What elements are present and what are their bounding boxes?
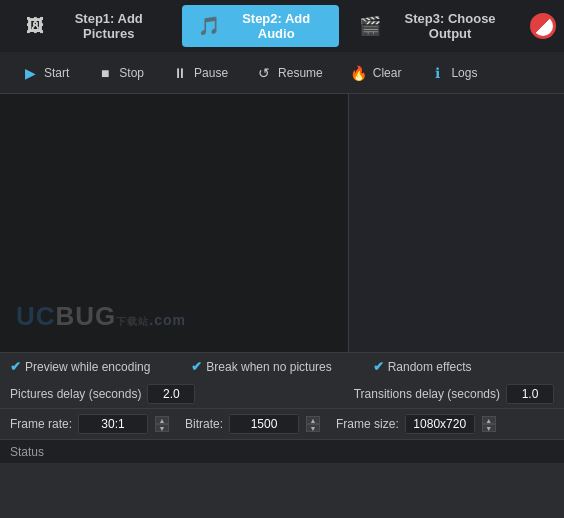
frame-rate-spinner[interactable]: ▲ ▼ — [155, 416, 169, 432]
stop-button[interactable]: ■ Stop — [85, 59, 154, 87]
bitrate-spinner[interactable]: ▲ ▼ — [306, 416, 320, 432]
frame-rate-group: Frame rate: ▲ ▼ — [10, 414, 169, 434]
break-option-label: Break when no pictures — [206, 360, 331, 374]
frame-rate-label: Frame rate: — [10, 417, 72, 431]
status-label: Status — [10, 445, 44, 459]
step3-icon: 🎬 — [357, 12, 382, 40]
step2-button[interactable]: 🎵 Step2: Add Audio — [182, 5, 339, 47]
start-button[interactable]: ▶ Start — [10, 59, 79, 87]
pause-label: Pause — [194, 66, 228, 80]
status-bar: Status — [0, 439, 564, 463]
resume-button[interactable]: ↺ Resume — [244, 59, 333, 87]
frame-size-up-arrow[interactable]: ▲ — [482, 416, 496, 424]
transitions-delay-group: Transitions delay (seconds) — [354, 384, 554, 404]
side-panel — [348, 94, 564, 352]
step2-icon: 🎵 — [196, 12, 221, 40]
pictures-delay-group: Pictures delay (seconds) — [10, 384, 195, 404]
pause-button[interactable]: ⏸ Pause — [160, 59, 238, 87]
stop-label: Stop — [119, 66, 144, 80]
resume-icon: ↺ — [254, 63, 274, 83]
pause-icon: ⏸ — [170, 63, 190, 83]
random-check-icon: ✔ — [373, 359, 384, 374]
frame-size-input[interactable] — [405, 414, 475, 434]
step2-label: Step2: Add Audio — [227, 11, 324, 41]
logs-button[interactable]: ℹ Logs — [417, 59, 487, 87]
bitrate-label: Bitrate: — [185, 417, 223, 431]
settings-row-1: Pictures delay (seconds) Transitions del… — [0, 380, 564, 408]
watermark-uc: UC — [16, 301, 56, 331]
frame-size-down-arrow[interactable]: ▼ — [482, 424, 496, 432]
transitions-delay-label: Transitions delay (seconds) — [354, 387, 500, 401]
step3-label: Step3: Choose Output — [388, 11, 512, 41]
bitrate-group: Bitrate: ▲ ▼ — [185, 414, 320, 434]
settings-row-2: Frame rate: ▲ ▼ Bitrate: ▲ ▼ Frame size:… — [0, 408, 564, 439]
pictures-delay-label: Pictures delay (seconds) — [10, 387, 141, 401]
random-option[interactable]: ✔ Random effects — [373, 359, 554, 374]
frame-rate-up-arrow[interactable]: ▲ — [155, 416, 169, 424]
main-area: UCBUG下载站.com — [0, 94, 564, 352]
frame-rate-down-arrow[interactable]: ▼ — [155, 424, 169, 432]
header: 🖼 Step1: Add Pictures 🎵 Step2: Add Audio… — [0, 0, 564, 52]
watermark-sub: 下载站 — [116, 316, 149, 327]
preview-option-label: Preview while encoding — [25, 360, 150, 374]
step1-label: Step1: Add Pictures — [53, 11, 164, 41]
watermark: UCBUG下载站.com — [16, 301, 186, 332]
help-icon[interactable] — [530, 13, 556, 39]
logs-icon: ℹ — [427, 63, 447, 83]
clear-icon: 🔥 — [349, 63, 369, 83]
pictures-delay-input[interactable] — [147, 384, 195, 404]
bitrate-input[interactable] — [229, 414, 299, 434]
watermark-suffix: .com — [149, 312, 186, 328]
preview-option[interactable]: ✔ Preview while encoding — [10, 359, 191, 374]
bitrate-up-arrow[interactable]: ▲ — [306, 416, 320, 424]
watermark-bug: BUG — [56, 301, 117, 331]
clear-label: Clear — [373, 66, 402, 80]
frame-size-group: Frame size: ▲ ▼ — [336, 414, 496, 434]
preview-check-icon: ✔ — [10, 359, 21, 374]
logs-label: Logs — [451, 66, 477, 80]
frame-size-spinner[interactable]: ▲ ▼ — [482, 416, 496, 432]
step1-icon: 🖼 — [22, 12, 47, 40]
start-icon: ▶ — [20, 63, 40, 83]
resume-label: Resume — [278, 66, 323, 80]
break-check-icon: ✔ — [191, 359, 202, 374]
step1-button[interactable]: 🖼 Step1: Add Pictures — [8, 5, 178, 47]
frame-rate-input[interactable] — [78, 414, 148, 434]
random-option-label: Random effects — [388, 360, 472, 374]
bitrate-down-arrow[interactable]: ▼ — [306, 424, 320, 432]
preview-area: UCBUG下载站.com — [0, 94, 348, 352]
step3-button[interactable]: 🎬 Step3: Choose Output — [343, 5, 526, 47]
transitions-delay-input[interactable] — [506, 384, 554, 404]
break-option[interactable]: ✔ Break when no pictures — [191, 359, 372, 374]
frame-size-label: Frame size: — [336, 417, 399, 431]
stop-icon: ■ — [95, 63, 115, 83]
start-label: Start — [44, 66, 69, 80]
toolbar: ▶ Start ■ Stop ⏸ Pause ↺ Resume 🔥 Clear … — [0, 52, 564, 94]
options-bar: ✔ Preview while encoding ✔ Break when no… — [0, 352, 564, 380]
clear-button[interactable]: 🔥 Clear — [339, 59, 412, 87]
